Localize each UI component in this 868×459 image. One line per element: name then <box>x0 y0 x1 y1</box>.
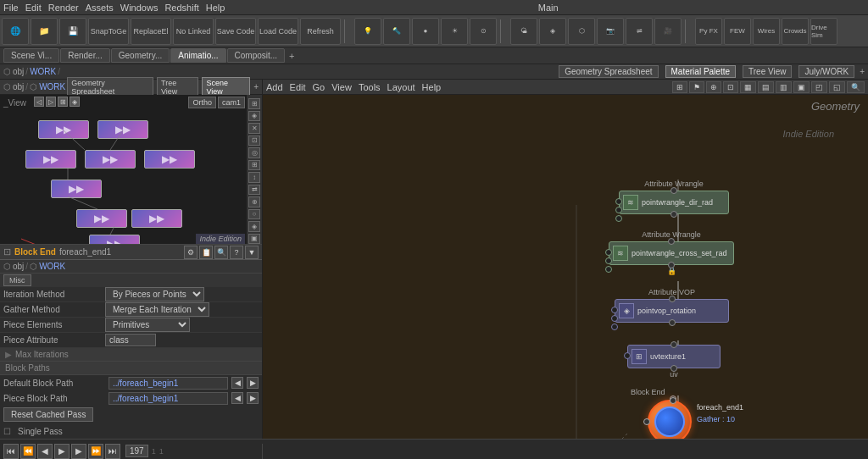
ng-menu-add[interactable]: Add <box>266 82 283 92</box>
ng-menu-help[interactable]: Help <box>422 82 442 92</box>
tab-tree-view[interactable]: Tree View <box>743 65 792 78</box>
dropdown-piece-elem[interactable]: Primitives <box>105 318 190 332</box>
left-tab-treeview[interactable]: Tree View <box>157 77 198 97</box>
left-tab-geosp[interactable]: Geometry Spreadsheet <box>67 77 153 97</box>
left-bc-work[interactable]: WORK <box>39 82 65 91</box>
menu-edit[interactable]: Edit <box>25 3 42 13</box>
ambient-light-btn[interactable]: ☀ <box>441 18 468 45</box>
vr-cam-btn[interactable]: 📷 <box>597 18 624 45</box>
tl-play[interactable]: ▶ <box>54 444 70 459</box>
vp-node-6[interactable] <box>51 180 102 198</box>
vp-side-3[interactable]: ✕ <box>248 123 260 134</box>
vp-side-4[interactable]: ⊡ <box>248 135 260 147</box>
props-icon-2[interactable]: 📋 <box>199 246 213 259</box>
tab-animation[interactable]: Animatio... <box>170 48 225 63</box>
new-btn[interactable]: 🌐 <box>2 18 29 45</box>
few-btn[interactable]: FEW <box>724 18 751 45</box>
pb-work[interactable]: WORK <box>39 262 65 271</box>
tab-new-btn[interactable]: + <box>860 67 865 76</box>
open-btn[interactable]: 📁 <box>31 18 58 45</box>
piece-path-btn1[interactable]: ◀ <box>231 392 243 404</box>
input-default-path[interactable] <box>108 377 228 390</box>
ng-tb-view4[interactable]: ▣ <box>793 81 810 93</box>
vp-side-12[interactable]: ▣ <box>248 234 260 245</box>
menu-help[interactable]: Help <box>206 3 225 13</box>
foreach-circle[interactable] <box>648 400 692 439</box>
point-light-btn[interactable]: ● <box>412 18 439 45</box>
ng-tb-search[interactable]: 🔍 <box>847 81 865 93</box>
spot-light-btn[interactable]: 🔦 <box>383 18 410 45</box>
tl-fforward[interactable]: ⏭ <box>105 444 120 459</box>
tab-render[interactable]: Render... <box>60 48 110 63</box>
tl-prev-key[interactable]: ⏪ <box>20 444 36 459</box>
caustic-btn[interactable]: ◈ <box>539 18 566 45</box>
reset-cached-pass-btn[interactable]: Reset Cached Pass <box>3 407 93 422</box>
bc-work[interactable]: WORK <box>30 67 56 76</box>
menu-file[interactable]: File <box>3 3 19 13</box>
tl-rewind[interactable]: ⏮ <box>3 444 19 459</box>
refresh-btn[interactable]: Refresh <box>300 18 341 45</box>
crowds-btn[interactable]: Crowds <box>782 18 809 45</box>
menu-render[interactable]: Render <box>48 3 79 13</box>
drivesim-btn[interactable]: Drive Sim <box>810 18 837 45</box>
distant-light-btn[interactable]: ⊙ <box>470 18 497 45</box>
default-path-btn2[interactable]: ▶ <box>247 377 259 389</box>
vp-node-1[interactable] <box>38 120 89 139</box>
nolinked-btn[interactable]: No Linked <box>173 18 214 45</box>
menu-windows[interactable]: Windows <box>120 3 159 13</box>
py-fx-btn[interactable]: Py FX <box>695 18 722 45</box>
vp-side-11[interactable]: ◈ <box>248 221 260 232</box>
save-btn[interactable]: 💾 <box>59 18 86 45</box>
left-tab-sceneview[interactable]: Scene View <box>202 77 250 97</box>
ng-menu-edit[interactable]: Edit <box>290 82 306 92</box>
ng-menu-view[interactable]: View <box>331 82 352 92</box>
ng-menu-go[interactable]: Go <box>313 82 326 92</box>
node-pointvop-rotation[interactable]: Attribute VOP ◈ pointvop_rotation <box>615 288 729 323</box>
sky-light-btn[interactable]: 🌤 <box>510 18 537 45</box>
ng-tb-zoom[interactable]: ⊕ <box>706 81 721 93</box>
vp-side-9[interactable]: ⊕ <box>248 196 260 207</box>
vp-side-2[interactable]: ◈ <box>248 111 260 122</box>
maxiter-toggle[interactable]: ▶ <box>5 350 12 359</box>
menu-redshift[interactable]: Redshift <box>164 3 198 13</box>
vp-side-5[interactable]: ◎ <box>248 147 260 158</box>
piece-path-btn2[interactable]: ▶ <box>247 392 259 404</box>
node-pointwrangle-dir-rad[interactable]: Attribute Wrangle ≋ pointwrangle_dir_rad <box>619 180 729 214</box>
ng-menu-layout[interactable]: Layout <box>387 82 415 92</box>
ng-tb-flag[interactable]: ⚑ <box>689 81 704 93</box>
vp-side-8[interactable]: ⇄ <box>248 185 260 196</box>
dropdown-iteration[interactable]: By Pieces or Points <box>105 287 204 301</box>
menu-assets[interactable]: Assets <box>86 3 114 13</box>
tl-prev-frame[interactable]: ◀ <box>37 444 53 459</box>
node-pointwrangle-cross[interactable]: Attribute Wrangle ≋ pointwrangle_cross_s… <box>609 230 734 275</box>
vp-side-7[interactable]: ↕ <box>248 172 260 183</box>
vp-side-6[interactable]: ⊞ <box>248 160 260 171</box>
ng-tb-view5[interactable]: ◰ <box>811 81 827 93</box>
input-piece-path[interactable] <box>108 392 228 405</box>
vp-node-8[interactable] <box>131 209 182 228</box>
left-tab-add[interactable]: + <box>253 82 259 91</box>
tab-sceneview[interactable]: Scene Vi... <box>3 48 59 63</box>
loadcode-btn[interactable]: Load Code <box>258 18 298 45</box>
savecode-btn[interactable]: Save Code <box>215 18 256 45</box>
vp-node-4[interactable] <box>85 150 136 169</box>
vp-node-9[interactable] <box>89 235 140 244</box>
ng-tb-view1[interactable]: ▦ <box>740 81 756 93</box>
tab-mat-palette[interactable]: Material Palette <box>665 65 736 78</box>
replace-btn[interactable]: ReplaceEl <box>131 18 171 45</box>
ng-menu-tools[interactable]: Tools <box>359 82 381 92</box>
ng-tb-view2[interactable]: ▤ <box>758 81 774 93</box>
vp-node-5[interactable] <box>144 150 195 169</box>
props-icon-1[interactable]: ⚙ <box>184 246 198 259</box>
lights-cam-btn[interactable]: 💡 <box>354 18 381 45</box>
camera-btn[interactable]: 🎥 <box>654 18 682 45</box>
ng-tb-snap[interactable]: ⊞ <box>672 81 687 93</box>
tab-geometry[interactable]: Geometry... <box>111 48 170 63</box>
vp-node-3[interactable] <box>25 150 76 169</box>
tab-geo-spread[interactable]: Geometry Spreadsheet <box>559 65 658 78</box>
tab-composite[interactable]: Composit... <box>227 48 286 63</box>
vp-side-10[interactable]: ○ <box>248 209 260 220</box>
vp-side-1[interactable]: ⊞ <box>248 98 260 109</box>
tl-next-frame[interactable]: ▶ <box>71 444 86 459</box>
dropdown-gather[interactable]: Merge Each Iteration <box>105 302 209 317</box>
